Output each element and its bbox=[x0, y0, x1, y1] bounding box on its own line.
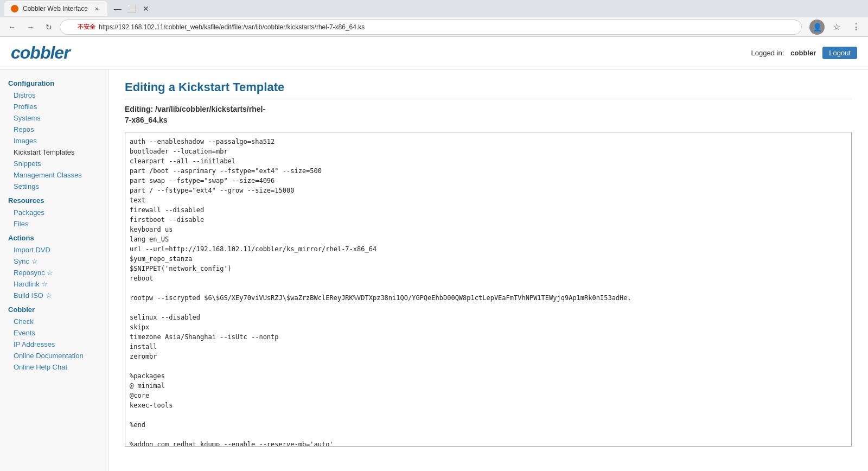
editing-path-line1: Editing: /var/lib/cobbler/kickstarts/rhe… bbox=[125, 105, 852, 113]
restore-button[interactable]: ⬜ bbox=[126, 3, 138, 15]
bookmark-button[interactable]: ☆ bbox=[829, 20, 844, 35]
tab-title: Cobbler Web Interface bbox=[23, 5, 88, 12]
editing-path-line2: 7-x86_64.ks bbox=[125, 116, 852, 124]
sidebar-item-sync[interactable]: Sync ☆ bbox=[0, 256, 108, 267]
security-warning: 不安全 bbox=[78, 23, 95, 31]
sidebar: Configuration Distros Profiles Systems R… bbox=[0, 69, 108, 471]
sidebar-item-snippets[interactable]: Snippets bbox=[0, 158, 108, 169]
sidebar-item-distros[interactable]: Distros bbox=[0, 90, 108, 101]
sidebar-item-systems[interactable]: Systems bbox=[0, 112, 108, 124]
page-header: cobbler Logged in: cobbler Logout bbox=[0, 37, 868, 69]
sidebar-cobbler-title: Cobbler bbox=[0, 301, 108, 316]
back-button[interactable]: ← bbox=[4, 20, 20, 35]
sidebar-item-hardlink[interactable]: Hardlink ☆ bbox=[0, 278, 108, 290]
address-text: https://192.168.102.11/cobbler_web/ksfil… bbox=[99, 23, 365, 31]
sidebar-item-settings[interactable]: Settings bbox=[0, 181, 108, 192]
sidebar-item-ip-addresses[interactable]: IP Addresses bbox=[0, 339, 108, 350]
minimize-button[interactable]: — bbox=[112, 3, 124, 15]
sidebar-item-online-help-chat[interactable]: Online Help Chat bbox=[0, 361, 108, 373]
sidebar-item-events[interactable]: Events bbox=[0, 327, 108, 339]
kickstart-editor[interactable] bbox=[125, 132, 852, 447]
sidebar-item-kickstart-templates[interactable]: Kickstart Templates bbox=[0, 147, 108, 158]
sidebar-item-repos[interactable]: Repos bbox=[0, 124, 108, 135]
address-bar[interactable]: 不安全 https://192.168.102.11/cobbler_web/k… bbox=[60, 20, 802, 35]
sidebar-item-check[interactable]: Check bbox=[0, 316, 108, 327]
sidebar-item-import-dvd[interactable]: Import DVD bbox=[0, 244, 108, 256]
logo: cobbler bbox=[11, 43, 70, 63]
header-right: Logged in: cobbler Logout bbox=[751, 47, 857, 59]
menu-button[interactable]: ⋮ bbox=[848, 20, 864, 35]
sidebar-item-profiles[interactable]: Profiles bbox=[0, 101, 108, 112]
tab-favicon-icon bbox=[11, 5, 18, 12]
sidebar-resources-title: Resources bbox=[0, 192, 108, 207]
logged-in-label: Logged in: bbox=[751, 49, 784, 57]
sidebar-item-build-iso[interactable]: Build ISO ☆ bbox=[0, 290, 108, 301]
profile-icon[interactable]: 👤 bbox=[809, 20, 825, 35]
sidebar-actions-title: Actions bbox=[0, 230, 108, 244]
page-title: Editing a Kickstart Template bbox=[125, 80, 852, 99]
tab-close-button[interactable]: ✕ bbox=[92, 4, 101, 13]
username-label: cobbler bbox=[790, 49, 816, 57]
refresh-button[interactable]: ↻ bbox=[41, 20, 56, 35]
sidebar-item-reposync[interactable]: Reposync ☆ bbox=[0, 267, 108, 278]
forward-button[interactable]: → bbox=[23, 20, 38, 35]
sidebar-item-management-classes[interactable]: Management Classes bbox=[0, 169, 108, 181]
window-close-button[interactable]: ✕ bbox=[140, 3, 152, 15]
sidebar-item-online-documentation[interactable]: Online Documentation bbox=[0, 350, 108, 361]
sidebar-item-images[interactable]: Images bbox=[0, 135, 108, 147]
sidebar-configuration-title: Configuration bbox=[0, 75, 108, 90]
browser-tab[interactable]: Cobbler Web Interface ✕ bbox=[4, 1, 107, 16]
main-content: Editing a Kickstart Template Editing: /v… bbox=[108, 69, 868, 471]
logout-button[interactable]: Logout bbox=[822, 47, 857, 59]
sidebar-item-packages[interactable]: Packages bbox=[0, 207, 108, 218]
sidebar-item-files[interactable]: Files bbox=[0, 218, 108, 230]
